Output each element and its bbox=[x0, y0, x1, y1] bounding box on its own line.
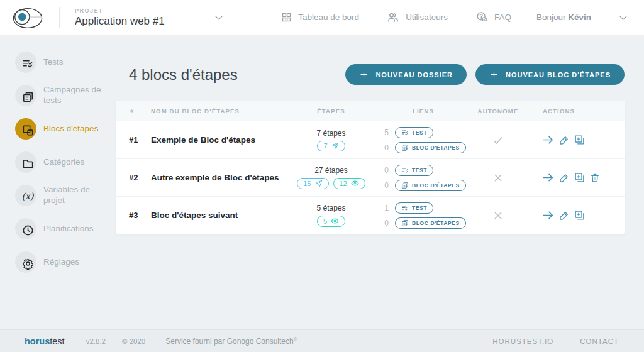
sidebar-item-variables[interactable]: (x) Variables de projet bbox=[15, 185, 116, 206]
sidebar-item-label: Planifications bbox=[43, 224, 94, 234]
user-name: Kévin bbox=[568, 13, 591, 22]
variables-icon: (x) bbox=[15, 185, 36, 206]
checklist-icon bbox=[401, 167, 409, 174]
col-name: NOM DU BLOC D'ÉTAPES bbox=[142, 107, 286, 114]
main-header: 4 blocs d'étapes NOUVEAU DOSSIER NOUVEAU… bbox=[116, 64, 625, 85]
project-label: PROJET bbox=[75, 8, 165, 14]
sidebar-item-reglages[interactable]: Réglages bbox=[15, 251, 116, 273]
sidebar-item-label: Blocs d'étapes bbox=[43, 124, 98, 135]
nav-faq[interactable]: FAQ bbox=[475, 11, 511, 23]
edit-button[interactable] bbox=[559, 211, 569, 221]
row-number: #3 bbox=[116, 211, 142, 220]
copy-pages-icon bbox=[401, 144, 409, 151]
steps-cell: 7 étapes 7 bbox=[286, 129, 376, 151]
sidebar-item-blocs-etapes[interactable]: Blocs d'étapes bbox=[15, 118, 116, 140]
send-icon bbox=[315, 180, 323, 187]
footer-version: v2.8.2 bbox=[86, 338, 106, 345]
nav-faq-label: FAQ bbox=[494, 13, 511, 22]
pencil-icon bbox=[559, 173, 569, 183]
link-count: 0 bbox=[382, 181, 389, 190]
link-count: 0 bbox=[382, 166, 389, 175]
footer-link-contact[interactable]: CONTACT bbox=[580, 338, 619, 345]
sidebar-item-tests[interactable]: Tests bbox=[15, 52, 116, 73]
links-cell: 0 TEST 0 BLOC D'ÉTAPES bbox=[376, 165, 470, 191]
clock-icon bbox=[15, 218, 36, 239]
check-icon bbox=[492, 134, 504, 146]
cross-icon bbox=[492, 172, 504, 184]
sidebar-item-categories[interactable]: Catégories bbox=[15, 151, 116, 173]
open-button[interactable] bbox=[542, 134, 554, 146]
test-link-badge: TEST bbox=[395, 202, 433, 214]
table-header-row: # NOM DU BLOC D'ÉTAPES ÉTAPES LIENS AUTO… bbox=[116, 101, 625, 121]
steps-badge-send: 15 bbox=[297, 178, 328, 189]
footer-link-horustest-io[interactable]: HORUSTEST.IO bbox=[492, 338, 553, 345]
sidebar-item-label: Tests bbox=[43, 57, 64, 68]
copy-pages-icon bbox=[401, 219, 409, 227]
grid-icon bbox=[281, 12, 292, 23]
actions-cell bbox=[526, 134, 625, 146]
new-folder-button[interactable]: NOUVEAU DOSSIER bbox=[345, 64, 467, 85]
duplicate-button[interactable] bbox=[574, 210, 585, 221]
main-panel: 4 blocs d'étapes NOUVEAU DOSSIER NOUVEAU… bbox=[116, 35, 644, 329]
table-row: #1 Exemple de Bloc d'étapes 7 étapes 7 bbox=[116, 121, 625, 158]
nav-users[interactable]: Utilisateurs bbox=[387, 11, 448, 23]
link-count: 0 bbox=[382, 143, 389, 152]
header-divider bbox=[59, 7, 60, 28]
link-count: 0 bbox=[382, 219, 389, 228]
links-cell: 5 TEST 0 BLOC D'ÉTAPES bbox=[376, 127, 470, 153]
user-menu[interactable]: Bonjour Kévin bbox=[536, 12, 629, 23]
eye-icon bbox=[331, 217, 339, 225]
sidebar-item-label: Variables de projet bbox=[43, 185, 106, 206]
col-actions: ACTIONS bbox=[526, 107, 625, 114]
sidebar-item-planifications[interactable]: Planifications bbox=[15, 218, 116, 239]
footer-brand[interactable]: horustest bbox=[25, 336, 65, 346]
plus-icon bbox=[359, 70, 369, 79]
block-name[interactable]: Exemple de Bloc d'étapes bbox=[142, 135, 286, 145]
folder-icon bbox=[15, 151, 36, 173]
footer-service: Service fourni par Gonogo Consultech® bbox=[165, 336, 297, 346]
test-link-badge: TEST bbox=[395, 127, 433, 138]
duplicate-icon bbox=[574, 172, 585, 183]
sidebar: Tests Campagnes de tests Blocs d'étapes … bbox=[0, 35, 116, 329]
sidebar-item-campagnes[interactable]: Campagnes de tests bbox=[15, 85, 116, 106]
edit-button[interactable] bbox=[559, 135, 569, 145]
checklist-icon bbox=[401, 204, 409, 212]
arrow-right-icon bbox=[542, 209, 554, 221]
block-name[interactable]: Autre exemple de Bloc d'étapes bbox=[142, 173, 286, 182]
blocks-icon bbox=[15, 118, 36, 140]
chevron-down-icon bbox=[618, 12, 629, 23]
arrow-right-icon bbox=[542, 134, 554, 146]
eye-logo-icon bbox=[11, 5, 43, 30]
duplicate-button[interactable] bbox=[574, 135, 585, 145]
pencil-icon bbox=[559, 135, 569, 145]
steps-badge-view: 12 bbox=[333, 178, 365, 189]
content-area: Tests Campagnes de tests Blocs d'étapes … bbox=[0, 35, 644, 329]
steps-cell: 5 étapes 5 bbox=[286, 204, 376, 227]
new-step-block-button[interactable]: NOUVEAU BLOC D'ÉTAPES bbox=[475, 64, 625, 85]
table-row: #3 Bloc d'étapes suivant 5 étapes 5 bbox=[116, 196, 625, 234]
duplicate-button[interactable] bbox=[574, 172, 585, 183]
link-count: 5 bbox=[382, 128, 389, 137]
steps-total: 27 étapes bbox=[314, 166, 348, 175]
plus-icon bbox=[489, 70, 499, 79]
cross-icon bbox=[492, 209, 504, 222]
top-header: PROJET Application web #1 Tableau de bor… bbox=[0, 0, 644, 35]
app-logo[interactable] bbox=[11, 5, 44, 30]
eye-icon bbox=[351, 179, 359, 187]
nav-dashboard[interactable]: Tableau de bord bbox=[281, 12, 359, 23]
nav-users-label: Utilisateurs bbox=[406, 13, 448, 22]
edit-button[interactable] bbox=[559, 173, 569, 183]
bloc-link-badge: BLOC D'ÉTAPES bbox=[395, 180, 466, 191]
bloc-link-badge: BLOC D'ÉTAPES bbox=[395, 217, 466, 229]
sidebar-item-label: Catégories bbox=[43, 157, 84, 168]
autonomous-cell bbox=[470, 172, 526, 184]
page-title: 4 blocs d'étapes bbox=[129, 66, 238, 84]
checklist-icon bbox=[15, 52, 36, 73]
open-button[interactable] bbox=[542, 172, 554, 184]
steps-cell: 27 étapes 15 12 bbox=[286, 166, 376, 189]
delete-button[interactable] bbox=[590, 173, 600, 183]
block-name[interactable]: Bloc d'étapes suivant bbox=[142, 211, 286, 220]
project-selector[interactable]: PROJET Application web #1 bbox=[75, 8, 225, 28]
header-nav: Tableau de bord Utilisateurs FAQ bbox=[281, 11, 511, 23]
open-button[interactable] bbox=[542, 209, 554, 221]
